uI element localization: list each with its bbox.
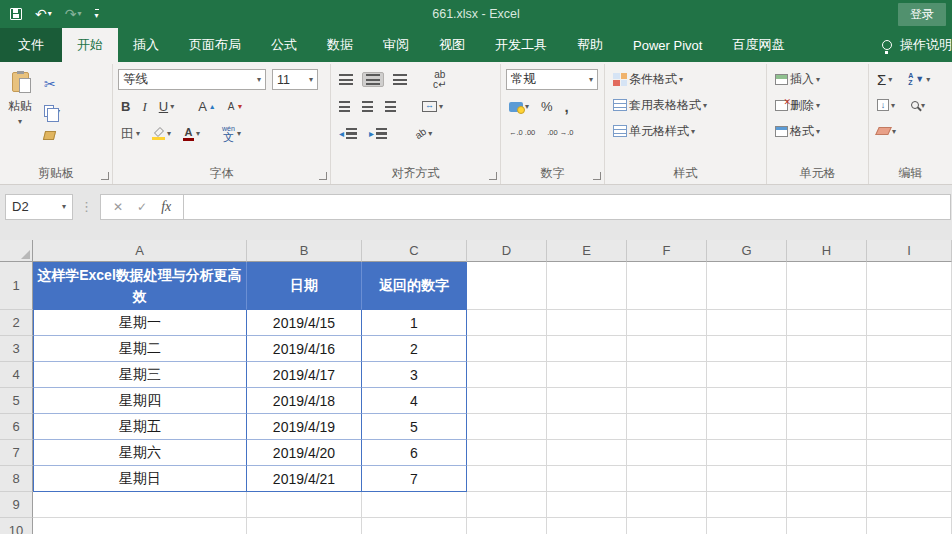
sign-in-button[interactable]: 登录 (898, 3, 946, 26)
cell-C8[interactable]: 7 (362, 466, 467, 492)
paste-button[interactable]: 粘贴 ▾ (5, 66, 35, 147)
cell-F6[interactable] (627, 414, 707, 440)
cell-E2[interactable] (547, 310, 627, 336)
underline-button[interactable]: U▾ (156, 98, 177, 115)
number-format-combo[interactable]: 常规▾ (506, 69, 598, 90)
cell-H8[interactable] (787, 466, 867, 492)
row-header-9[interactable]: 9 (0, 492, 33, 518)
cell-F1[interactable] (627, 262, 707, 310)
tab-insert[interactable]: 插入 (118, 28, 174, 62)
row-header-8[interactable]: 8 (0, 466, 33, 492)
tab-home[interactable]: 开始 (62, 28, 118, 62)
copy-button[interactable]: ▾ (41, 104, 63, 118)
conditional-formatting-button[interactable]: 条件格式▾ (610, 70, 686, 89)
cell-F8[interactable] (627, 466, 707, 492)
cell-G6[interactable] (707, 414, 787, 440)
increase-indent-button[interactable]: ▸ (366, 127, 390, 140)
clipboard-dialog-launcher-icon[interactable] (101, 172, 109, 180)
cell-D9[interactable] (467, 492, 547, 518)
cell-H7[interactable] (787, 440, 867, 466)
cell-H5[interactable] (787, 388, 867, 414)
row-header-2[interactable]: 2 (0, 310, 33, 336)
alignment-dialog-launcher-icon[interactable] (489, 172, 497, 180)
accounting-format-button[interactable]: ▾ (506, 101, 532, 113)
cell-D4[interactable] (467, 362, 547, 388)
col-header-C[interactable]: C (362, 240, 467, 262)
tab-page-layout[interactable]: 页面布局 (174, 28, 256, 62)
cell-G5[interactable] (707, 388, 787, 414)
align-bottom-button[interactable] (390, 73, 410, 86)
format-painter-button[interactable] (41, 130, 63, 141)
cell-F2[interactable] (627, 310, 707, 336)
font-dialog-launcher-icon[interactable] (319, 172, 327, 180)
row-header-3[interactable]: 3 (0, 336, 33, 362)
cell-A4[interactable]: 星期三 (33, 362, 247, 388)
cell-I5[interactable] (867, 388, 952, 414)
cell-B9[interactable] (247, 492, 362, 518)
cell-H3[interactable] (787, 336, 867, 362)
cell-G10[interactable] (707, 518, 787, 534)
bold-button[interactable]: B (118, 98, 133, 115)
cell-A9[interactable] (33, 492, 247, 518)
cell-B8[interactable]: 2019/4/21 (247, 466, 362, 492)
cell-F5[interactable] (627, 388, 707, 414)
col-header-I[interactable]: I (867, 240, 952, 262)
cell-E10[interactable] (547, 518, 627, 534)
format-as-table-button[interactable]: 套用表格格式▾ (610, 96, 710, 115)
cell-H6[interactable] (787, 414, 867, 440)
shrink-font-button[interactable]: A▼ (225, 100, 247, 113)
cell-D10[interactable] (467, 518, 547, 534)
cell-E5[interactable] (547, 388, 627, 414)
cell-A7[interactable]: 星期六 (33, 440, 247, 466)
cell-A6[interactable]: 星期五 (33, 414, 247, 440)
cell-H1[interactable] (787, 262, 867, 310)
percent-style-button[interactable]: % (538, 98, 556, 115)
cell-C3[interactable]: 2 (362, 336, 467, 362)
cell-C6[interactable]: 5 (362, 414, 467, 440)
cell-G4[interactable] (707, 362, 787, 388)
borders-button[interactable]: 田▾ (118, 126, 143, 141)
cell-A1[interactable]: 这样学Excel数据处理与分析更高效 (33, 262, 247, 310)
cell-F7[interactable] (627, 440, 707, 466)
cell-F9[interactable] (627, 492, 707, 518)
wrap-text-button[interactable]: abc↵ (430, 69, 449, 91)
phonetic-button[interactable]: wén文▾ (219, 124, 244, 144)
autosum-button[interactable]: Σ▾ (874, 71, 895, 88)
merge-center-button[interactable]: ▾ (419, 100, 446, 113)
italic-button[interactable]: I (139, 98, 149, 116)
decrease-indent-button[interactable]: ◂ (336, 127, 360, 140)
cell-B10[interactable] (247, 518, 362, 534)
cell-C9[interactable] (362, 492, 467, 518)
find-select-button[interactable]: ▾ (908, 100, 928, 111)
col-header-G[interactable]: G (707, 240, 787, 262)
cell-I4[interactable] (867, 362, 952, 388)
name-box[interactable]: D2▾ (5, 194, 73, 220)
tab-baidu-netdisk[interactable]: 百度网盘 (717, 28, 799, 62)
cell-A5[interactable]: 星期四 (33, 388, 247, 414)
cell-C4[interactable]: 3 (362, 362, 467, 388)
cell-F3[interactable] (627, 336, 707, 362)
cell-B4[interactable]: 2019/4/17 (247, 362, 362, 388)
row-header-4[interactable]: 4 (0, 362, 33, 388)
cell-I7[interactable] (867, 440, 952, 466)
comma-style-button[interactable]: , (562, 97, 572, 116)
cell-I6[interactable] (867, 414, 952, 440)
cell-G2[interactable] (707, 310, 787, 336)
align-center-button[interactable] (359, 100, 376, 113)
col-header-H[interactable]: H (787, 240, 867, 262)
cell-H9[interactable] (787, 492, 867, 518)
cell-I10[interactable] (867, 518, 952, 534)
select-all-corner[interactable] (0, 240, 33, 262)
cell-E3[interactable] (547, 336, 627, 362)
col-header-E[interactable]: E (547, 240, 627, 262)
cell-E8[interactable] (547, 466, 627, 492)
tab-file[interactable]: 文件 (0, 28, 62, 62)
row-header-10[interactable]: 10 (0, 518, 33, 534)
cell-A8[interactable]: 星期日 (33, 466, 247, 492)
tab-view[interactable]: 视图 (424, 28, 480, 62)
cancel-button[interactable]: ✕ (113, 200, 123, 214)
tab-power-pivot[interactable]: Power Pivot (618, 28, 717, 62)
grow-font-button[interactable]: A▲ (195, 98, 219, 115)
row-header-1[interactable]: 1 (0, 262, 33, 310)
sort-filter-button[interactable]: AZ▼▾ (905, 71, 933, 87)
